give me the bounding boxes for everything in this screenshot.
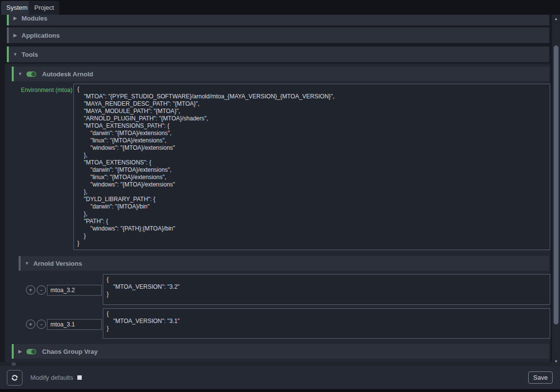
scroll-down-icon[interactable]: ▼: [552, 359, 560, 364]
arnold-enabled-toggle[interactable]: [26, 71, 36, 77]
add-version-button[interactable]: +: [26, 320, 35, 329]
refresh-button[interactable]: [7, 370, 23, 386]
modify-defaults-label: Modify defaults: [30, 374, 73, 381]
section-label: Autodesk Arnold: [42, 70, 93, 78]
tab-project[interactable]: Project: [29, 1, 59, 15]
section-label: Tools: [22, 51, 38, 58]
settings-window: System Project ▶ Modules ▶ Applications …: [0, 0, 560, 392]
chevron-down-icon: ▼: [12, 52, 19, 57]
section-header-tools[interactable]: ▼ Tools: [7, 46, 549, 62]
environment-mtoa-editor[interactable]: { "MTOA": "{PYPE_STUDIO_SOFTWARE}/arnold…: [73, 84, 550, 250]
save-button[interactable]: Save: [528, 371, 553, 384]
section-label: Chaos Group Vray: [42, 348, 97, 355]
vray-enabled-toggle[interactable]: [26, 349, 36, 354]
vertical-scrollbar-thumb[interactable]: [554, 46, 559, 324]
modify-defaults-checkbox[interactable]: [77, 375, 82, 380]
chevron-right-icon: ▶: [12, 16, 19, 21]
add-version-button[interactable]: +: [26, 285, 35, 295]
chevron-right-icon: ▶: [17, 349, 23, 354]
remove-version-button[interactable]: -: [37, 285, 46, 295]
section-header-modules[interactable]: ▶ Modules: [7, 15, 549, 25]
section-header-autodesk-arnold[interactable]: ▼ Autodesk Arnold: [12, 67, 549, 81]
tools-panel: ▼ Autodesk Arnold Environment (mtoa) { "…: [5, 64, 550, 362]
chevron-right-icon: ▶: [12, 33, 19, 38]
section-header-applications[interactable]: ▶ Applications: [7, 27, 549, 43]
remove-version-button[interactable]: -: [37, 320, 46, 329]
section-label: Arnold Versions: [33, 260, 82, 267]
section-header-chaos-group-vray[interactable]: ▶ Chaos Group Vray: [12, 344, 549, 359]
version-key-input[interactable]: [47, 285, 102, 296]
section-label: Modules: [22, 15, 47, 22]
horizontal-scrollbar[interactable]: [0, 362, 552, 366]
environment-mtoa-label: Environment (mtoa): [12, 87, 72, 93]
chevron-down-icon: ▼: [17, 71, 23, 76]
section-label: Applications: [22, 32, 60, 39]
window-bottom-edge: [0, 389, 560, 392]
footer-bar: Modify defaults Save: [0, 366, 560, 389]
chevron-down-icon: ▼: [23, 261, 30, 266]
section-header-arnold-versions[interactable]: ▼ Arnold Versions: [19, 256, 549, 271]
vertical-scrollbar[interactable]: ▲ ▼: [552, 15, 560, 366]
version-json-editor[interactable]: { "MTOA_VERSION": "3.2" }: [103, 274, 550, 305]
scroll-up-icon[interactable]: ▲: [552, 17, 560, 21]
tab-system[interactable]: System: [1, 1, 33, 15]
settings-scroll-area: ▶ Modules ▶ Applications ▼ Tools ▼ Autod…: [0, 15, 552, 362]
horizontal-scrollbar-thumb[interactable]: [12, 363, 16, 366]
version-json-editor[interactable]: { "MTOA_VERSION": "3.1" }: [103, 308, 550, 339]
version-key-input[interactable]: [47, 319, 102, 330]
tab-bar: System Project: [0, 0, 560, 15]
refresh-icon: [10, 373, 19, 382]
